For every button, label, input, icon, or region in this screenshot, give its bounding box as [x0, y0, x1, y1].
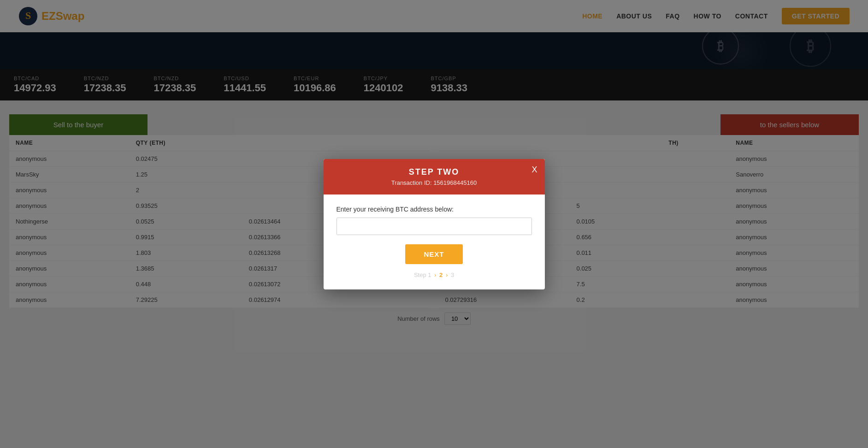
btc-address-input[interactable]	[337, 218, 532, 235]
modal-overlay: STEP TWO Transaction ID: 1561968445160 X…	[0, 0, 868, 377]
modal-transaction-id: Transaction ID: 1561968445160	[335, 179, 534, 186]
step-arrow-1: ›	[434, 271, 436, 278]
next-button[interactable]: NEXT	[405, 244, 462, 264]
step-1: Step 1	[414, 271, 431, 278]
step-2: 2	[439, 271, 443, 278]
modal-close-button[interactable]: X	[531, 165, 537, 174]
modal-title: STEP TWO	[335, 167, 534, 177]
step-arrow-2: ›	[446, 271, 448, 278]
step-3: 3	[451, 271, 454, 278]
modal-body: Enter your receiving BTC address below: …	[324, 195, 545, 289]
modal-steps: Step 1 › 2 › 3	[337, 271, 532, 280]
modal: STEP TWO Transaction ID: 1561968445160 X…	[324, 159, 545, 289]
modal-body-label: Enter your receiving BTC address below:	[337, 206, 532, 213]
modal-header: STEP TWO Transaction ID: 1561968445160 X	[324, 159, 545, 195]
